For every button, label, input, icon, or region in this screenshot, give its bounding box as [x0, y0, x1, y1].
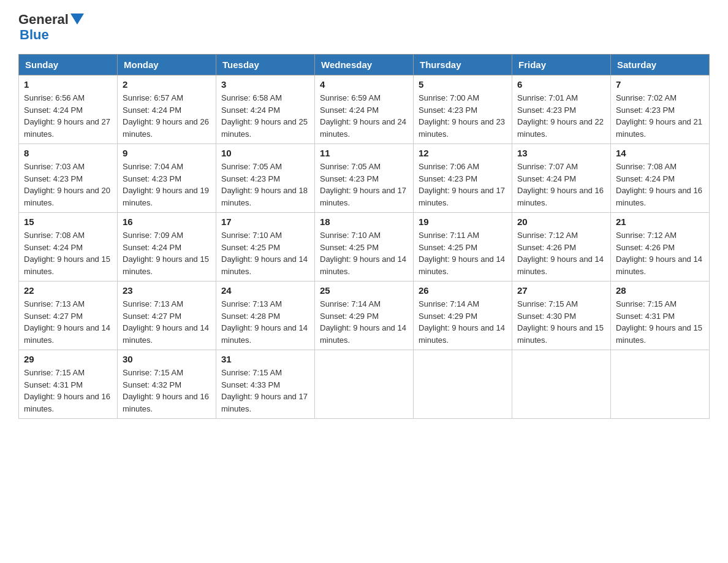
- calendar-day-header: Thursday: [414, 55, 512, 75]
- logo-text-blue: Blue: [20, 27, 49, 43]
- day-info: Sunrise: 7:12 AM Sunset: 4:26 PM Dayligh…: [616, 229, 704, 277]
- day-number: 18: [320, 216, 408, 227]
- day-info: Sunrise: 7:10 AM Sunset: 4:25 PM Dayligh…: [320, 229, 408, 277]
- day-number: 8: [24, 148, 112, 158]
- calendar-cell: 27 Sunrise: 7:15 AM Sunset: 4:30 PM Dayl…: [512, 282, 611, 350]
- day-number: 1: [24, 79, 112, 90]
- day-info: Sunrise: 7:13 AM Sunset: 4:28 PM Dayligh…: [221, 298, 309, 346]
- day-number: 27: [517, 285, 605, 296]
- calendar-week-row: 29 Sunrise: 7:15 AM Sunset: 4:31 PM Dayl…: [19, 350, 710, 419]
- day-number: 6: [517, 79, 605, 90]
- day-info: Sunrise: 7:12 AM Sunset: 4:26 PM Dayligh…: [517, 229, 605, 277]
- calendar-day-header: Tuesday: [216, 55, 315, 75]
- day-number: 30: [123, 354, 211, 364]
- day-number: 15: [24, 216, 112, 227]
- day-info: Sunrise: 7:15 AM Sunset: 4:31 PM Dayligh…: [24, 367, 112, 415]
- calendar-cell: 9 Sunrise: 7:04 AM Sunset: 4:23 PM Dayli…: [118, 144, 216, 213]
- day-number: 17: [221, 216, 309, 227]
- day-number: 4: [320, 79, 408, 90]
- calendar-cell: 26 Sunrise: 7:14 AM Sunset: 4:29 PM Dayl…: [414, 282, 512, 350]
- day-number: 5: [419, 79, 507, 90]
- page-header: General Blue: [18, 12, 710, 43]
- calendar-cell: 2 Sunrise: 6:57 AM Sunset: 4:24 PM Dayli…: [118, 75, 216, 144]
- day-number: 11: [320, 148, 408, 158]
- day-info: Sunrise: 7:05 AM Sunset: 4:23 PM Dayligh…: [221, 161, 309, 209]
- logo-text-general: General: [18, 12, 69, 27]
- calendar-day-header: Friday: [512, 55, 611, 75]
- day-info: Sunrise: 7:06 AM Sunset: 4:23 PM Dayligh…: [419, 161, 507, 209]
- calendar-cell: 23 Sunrise: 7:13 AM Sunset: 4:27 PM Dayl…: [118, 282, 216, 350]
- day-number: 13: [517, 148, 605, 158]
- calendar-table: SundayMondayTuesdayWednesdayThursdayFrid…: [18, 54, 710, 419]
- day-number: 29: [24, 354, 112, 364]
- calendar-cell: 8 Sunrise: 7:03 AM Sunset: 4:23 PM Dayli…: [19, 144, 118, 213]
- calendar-cell: 28 Sunrise: 7:15 AM Sunset: 4:31 PM Dayl…: [611, 282, 710, 350]
- day-info: Sunrise: 7:03 AM Sunset: 4:23 PM Dayligh…: [24, 161, 112, 209]
- day-number: 25: [320, 285, 408, 296]
- day-number: 21: [616, 216, 704, 227]
- day-number: 31: [221, 354, 309, 364]
- calendar-week-row: 22 Sunrise: 7:13 AM Sunset: 4:27 PM Dayl…: [19, 282, 710, 350]
- day-number: 22: [24, 285, 112, 296]
- day-info: Sunrise: 7:15 AM Sunset: 4:33 PM Dayligh…: [221, 367, 309, 415]
- day-info: Sunrise: 7:11 AM Sunset: 4:25 PM Dayligh…: [419, 229, 507, 277]
- calendar-cell: [315, 350, 414, 419]
- logo: General Blue: [18, 12, 84, 43]
- day-info: Sunrise: 7:14 AM Sunset: 4:29 PM Dayligh…: [320, 298, 408, 346]
- calendar-cell: [414, 350, 512, 419]
- calendar-cell: 24 Sunrise: 7:13 AM Sunset: 4:28 PM Dayl…: [216, 282, 315, 350]
- day-number: 14: [616, 148, 704, 158]
- day-info: Sunrise: 7:15 AM Sunset: 4:31 PM Dayligh…: [616, 298, 704, 346]
- day-info: Sunrise: 6:58 AM Sunset: 4:24 PM Dayligh…: [221, 92, 309, 140]
- day-number: 3: [221, 79, 309, 90]
- calendar-day-header: Monday: [118, 55, 216, 75]
- calendar-cell: 30 Sunrise: 7:15 AM Sunset: 4:32 PM Dayl…: [118, 350, 216, 419]
- day-info: Sunrise: 7:13 AM Sunset: 4:27 PM Dayligh…: [123, 298, 211, 346]
- calendar-week-row: 8 Sunrise: 7:03 AM Sunset: 4:23 PM Dayli…: [19, 144, 710, 213]
- calendar-cell: 21 Sunrise: 7:12 AM Sunset: 4:26 PM Dayl…: [611, 213, 710, 282]
- day-number: 19: [419, 216, 507, 227]
- day-info: Sunrise: 7:15 AM Sunset: 4:32 PM Dayligh…: [123, 367, 211, 415]
- calendar-cell: 17 Sunrise: 7:10 AM Sunset: 4:25 PM Dayl…: [216, 213, 315, 282]
- calendar-cell: [611, 350, 710, 419]
- day-info: Sunrise: 7:08 AM Sunset: 4:24 PM Dayligh…: [616, 161, 704, 209]
- day-info: Sunrise: 7:07 AM Sunset: 4:24 PM Dayligh…: [517, 161, 605, 209]
- day-info: Sunrise: 7:14 AM Sunset: 4:29 PM Dayligh…: [419, 298, 507, 346]
- calendar-cell: 13 Sunrise: 7:07 AM Sunset: 4:24 PM Dayl…: [512, 144, 611, 213]
- calendar-cell: 6 Sunrise: 7:01 AM Sunset: 4:23 PM Dayli…: [512, 75, 611, 144]
- day-number: 9: [123, 148, 211, 158]
- calendar-day-header: Saturday: [611, 55, 710, 75]
- day-info: Sunrise: 7:13 AM Sunset: 4:27 PM Dayligh…: [24, 298, 112, 346]
- calendar-header-row: SundayMondayTuesdayWednesdayThursdayFrid…: [19, 55, 710, 75]
- calendar-cell: 20 Sunrise: 7:12 AM Sunset: 4:26 PM Dayl…: [512, 213, 611, 282]
- day-number: 10: [221, 148, 309, 158]
- day-number: 26: [419, 285, 507, 296]
- day-info: Sunrise: 6:56 AM Sunset: 4:24 PM Dayligh…: [24, 92, 112, 140]
- day-info: Sunrise: 7:08 AM Sunset: 4:24 PM Dayligh…: [24, 229, 112, 277]
- day-number: 28: [616, 285, 704, 296]
- day-info: Sunrise: 6:59 AM Sunset: 4:24 PM Dayligh…: [320, 92, 408, 140]
- day-info: Sunrise: 7:04 AM Sunset: 4:23 PM Dayligh…: [123, 161, 211, 209]
- day-number: 24: [221, 285, 309, 296]
- calendar-cell: 3 Sunrise: 6:58 AM Sunset: 4:24 PM Dayli…: [216, 75, 315, 144]
- calendar-cell: 7 Sunrise: 7:02 AM Sunset: 4:23 PM Dayli…: [611, 75, 710, 144]
- calendar-cell: 1 Sunrise: 6:56 AM Sunset: 4:24 PM Dayli…: [19, 75, 118, 144]
- calendar-cell: 11 Sunrise: 7:05 AM Sunset: 4:23 PM Dayl…: [315, 144, 414, 213]
- day-info: Sunrise: 7:02 AM Sunset: 4:23 PM Dayligh…: [616, 92, 704, 140]
- calendar-cell: 19 Sunrise: 7:11 AM Sunset: 4:25 PM Dayl…: [414, 213, 512, 282]
- calendar-cell: 25 Sunrise: 7:14 AM Sunset: 4:29 PM Dayl…: [315, 282, 414, 350]
- logo-arrow-icon: [70, 13, 84, 27]
- day-number: 2: [123, 79, 211, 90]
- calendar-cell: 29 Sunrise: 7:15 AM Sunset: 4:31 PM Dayl…: [19, 350, 118, 419]
- calendar-cell: 14 Sunrise: 7:08 AM Sunset: 4:24 PM Dayl…: [611, 144, 710, 213]
- day-info: Sunrise: 6:57 AM Sunset: 4:24 PM Dayligh…: [123, 92, 211, 140]
- calendar-cell: 10 Sunrise: 7:05 AM Sunset: 4:23 PM Dayl…: [216, 144, 315, 213]
- calendar-day-header: Wednesday: [315, 55, 414, 75]
- calendar-cell: 12 Sunrise: 7:06 AM Sunset: 4:23 PM Dayl…: [414, 144, 512, 213]
- calendar-cell: 5 Sunrise: 7:00 AM Sunset: 4:23 PM Dayli…: [414, 75, 512, 144]
- day-info: Sunrise: 7:00 AM Sunset: 4:23 PM Dayligh…: [419, 92, 507, 140]
- calendar-cell: 31 Sunrise: 7:15 AM Sunset: 4:33 PM Dayl…: [216, 350, 315, 419]
- day-info: Sunrise: 7:15 AM Sunset: 4:30 PM Dayligh…: [517, 298, 605, 346]
- day-number: 23: [123, 285, 211, 296]
- day-info: Sunrise: 7:09 AM Sunset: 4:24 PM Dayligh…: [123, 229, 211, 277]
